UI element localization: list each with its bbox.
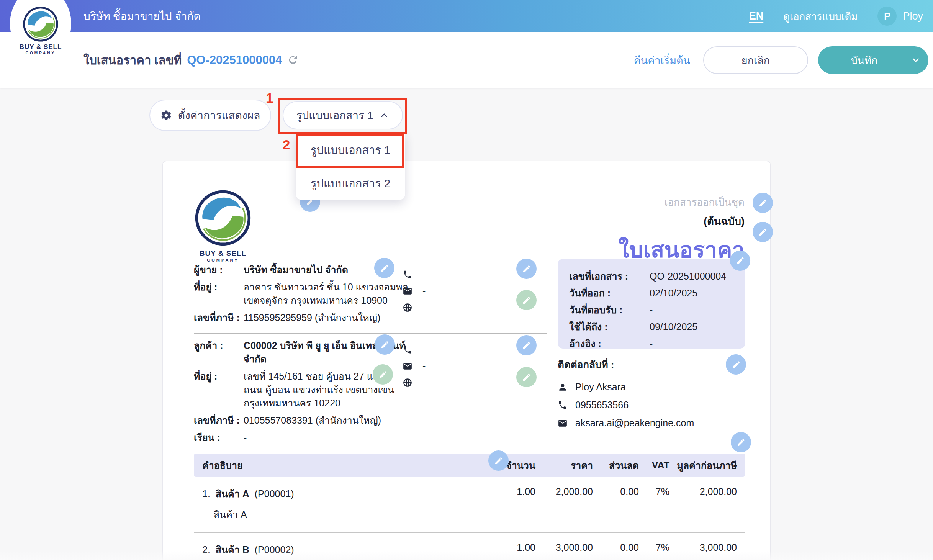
issue-date-label: วันที่ออก : <box>569 287 650 300</box>
customer-website: - <box>422 377 426 388</box>
seller-address-label: ที่อยู่ : <box>194 280 244 307</box>
row-vat: 7% <box>639 542 669 557</box>
row-qty: 1.00 <box>489 486 535 501</box>
header-actions: EN ดูเอกสารแบบเดิม P Ploy <box>749 0 923 32</box>
phone-icon <box>403 345 412 355</box>
display-settings-label: ตั้งค่าการแสดงผล <box>178 107 260 124</box>
top-header-bar: บริษัท ซื้อมาขายไป จำกัด EN ดูเอกสารแบบเ… <box>0 0 933 32</box>
table-row: 1. สินค้า A (P00001) 1.00 2,000.00 0.00 … <box>194 477 745 533</box>
edit-customer-contact-pencil-icon[interactable] <box>516 335 537 355</box>
app-root: บริษัท ซื้อมาขายไป จำกัด EN ดูเอกสารแบบเ… <box>0 0 933 560</box>
customer-contact-icons: - - - <box>403 344 426 388</box>
document-number-link[interactable]: QO-20251000004 <box>187 53 282 67</box>
person-icon <box>558 382 568 392</box>
col-price: ราคา <box>535 458 593 473</box>
envelope-icon <box>403 361 412 371</box>
row-amount: 2,000.00 <box>669 486 737 501</box>
template-dropdown-button[interactable]: รูปแบบเอกสาร 1 <box>283 101 403 129</box>
toolbar-actions: คืนค่าเริ่มต้น ยกเลิก บันทึก <box>634 46 928 74</box>
save-button[interactable]: บันทึก <box>818 46 928 74</box>
language-toggle[interactable]: EN <box>749 10 764 22</box>
seller-tax-id: 1159595295959 (สำนักงานใหญ่) <box>244 311 412 324</box>
items-table-header: คำอธิบาย จำนวน ราคา ส่วนลด VAT มูลค่าก่อ… <box>194 454 745 477</box>
items-table-body: 1. สินค้า A (P00001) 1.00 2,000.00 0.00 … <box>194 477 745 560</box>
save-button-label: บันทึก <box>818 52 903 69</box>
company-name: บริษัท ซื้อมาขายไป จำกัด <box>83 0 201 32</box>
edit-copy-label-pencil-icon[interactable] <box>753 193 773 213</box>
save-dropdown-toggle[interactable] <box>903 55 928 65</box>
row-amount: 3,000.00 <box>669 542 737 557</box>
document-toolbar: ใบเสนอราคา เลขที่ QO-20251000004 คืนค่าเ… <box>0 32 933 88</box>
col-vat: VAT <box>639 460 669 471</box>
document-info-panel: เลขที่เอกสาร : QO-20251000004 วันที่ออก … <box>558 259 745 349</box>
logo-text: BUY & SELL <box>192 249 254 258</box>
add-seller-contact-pencil-icon[interactable] <box>516 290 537 310</box>
valid-until-label: ใช้ได้ถึง : <box>569 320 650 334</box>
add-customer-contact-pencil-icon[interactable] <box>516 367 537 387</box>
contact-name: Ploy Aksara <box>575 382 626 393</box>
reference-value: - <box>650 337 734 350</box>
valid-until-value: 09/10/2025 <box>650 320 734 334</box>
customer-phone: - <box>422 344 426 355</box>
seller-website: - <box>422 302 426 313</box>
row-description: สินค้า A <box>194 501 745 522</box>
edit-description-column-pencil-icon[interactable] <box>488 450 509 471</box>
reference-label: อ้างอิง : <box>569 337 650 350</box>
table-row: 2. สินค้า B (P00002) 1.00 3,000.00 0.00 … <box>194 533 745 560</box>
menu-item-template-1[interactable]: รูปแบบเอกสาร 1 <box>296 133 405 167</box>
row-discount: 0.00 <box>593 542 639 557</box>
chevron-down-icon <box>911 55 921 65</box>
avatar[interactable]: P <box>877 7 897 26</box>
buy-sell-logo-icon <box>194 189 252 247</box>
document-title-group: ใบเสนอราคา เลขที่ QO-20251000004 <box>83 51 299 70</box>
edit-contact-back-pencil-icon[interactable] <box>726 354 746 375</box>
chevron-up-icon <box>379 110 389 120</box>
seller-address: อาคาร ซันทาวเวอร์ ชั้น 10 แขวงจอมพล เขตจ… <box>244 280 412 307</box>
edit-doc-info-pencil-icon[interactable] <box>730 251 750 271</box>
reset-defaults-link[interactable]: คืนค่าเริ่มต้น <box>634 52 690 69</box>
globe-icon <box>403 303 412 313</box>
document-company-logo: BUY & SELL COMPANY <box>192 189 254 262</box>
envelope-icon <box>403 286 412 296</box>
contact-back-section: ติดต่อกลับที่ : Ploy Aksara 0955653566 a… <box>558 357 738 429</box>
buy-sell-logo-icon <box>22 6 59 43</box>
customer-email: - <box>422 360 426 372</box>
edit-table-pencil-icon[interactable] <box>731 432 751 452</box>
customer-label: ลูกค้า : <box>194 339 244 366</box>
quotation-preview-card: BUY & SELL COMPANY เอกสารออกเป็นชุด (ต้น… <box>162 161 771 560</box>
globe-icon <box>403 378 412 388</box>
contact-email: aksara.ai@peakengine.com <box>575 418 694 429</box>
annotation-number-1: 1 <box>266 90 273 106</box>
edit-customer-pencil-icon[interactable] <box>375 334 395 355</box>
gear-icon <box>160 110 172 121</box>
cancel-button[interactable]: ยกเลิก <box>703 46 808 74</box>
edit-doc-title-pencil-icon[interactable] <box>753 222 773 242</box>
seller-phone: - <box>422 269 426 280</box>
edit-seller-contact-pencil-icon[interactable] <box>516 259 537 279</box>
template-dropdown-menu: รูปแบบเอกสาร 1 รูปแบบเอกสาร 2 <box>296 133 405 200</box>
col-discount: ส่วนลด <box>593 458 639 473</box>
user-menu[interactable]: P Ploy <box>877 7 923 26</box>
row-discount: 0.00 <box>593 486 639 501</box>
seller-tax-label: เลขที่ภาษี : <box>194 311 244 324</box>
phone-icon <box>558 400 568 410</box>
col-pre-tax-amount: มูลค่าก่อนภาษี <box>669 458 737 473</box>
issue-date-value: 02/10/2025 <box>650 287 734 300</box>
customer-address-label: ที่อยู่ : <box>194 370 244 410</box>
view-classic-document-link[interactable]: ดูเอกสารแบบเดิม <box>783 8 858 24</box>
phone-icon <box>403 270 412 280</box>
logo-subtext: COMPANY <box>26 51 56 55</box>
attention-value: - <box>244 431 412 444</box>
doc-number-label: เลขที่เอกสาร : <box>569 270 650 283</box>
row-price: 2,000.00 <box>535 486 593 501</box>
logo-text: BUY & SELL <box>20 43 62 51</box>
edit-seller-pencil-icon[interactable] <box>374 258 394 278</box>
menu-item-template-2[interactable]: รูปแบบเอกสาร 2 <box>296 167 405 200</box>
display-settings-button[interactable]: ตั้งค่าการแสดงผล <box>149 100 271 131</box>
contact-back-label: ติดต่อกลับที่ : <box>558 357 738 372</box>
page-title: ใบเสนอราคา เลขที่ <box>83 51 182 70</box>
refresh-icon[interactable] <box>287 54 299 66</box>
add-customer-address-pencil-icon[interactable] <box>373 364 393 385</box>
row-vat: 7% <box>639 486 669 501</box>
row-price: 3,000.00 <box>535 542 593 557</box>
